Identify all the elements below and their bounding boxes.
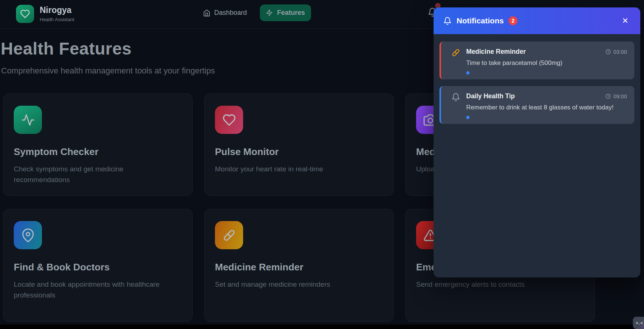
feature-card-symptom-checker[interactable]: Symptom Checker Check symptoms and get m… xyxy=(3,93,193,196)
bell-icon xyxy=(451,92,460,119)
notifications-panel: Notifications 2 ✕ Medicine Reminder 03:0… xyxy=(434,7,640,277)
pill-icon xyxy=(215,221,243,249)
notification-title: Medicine Reminder xyxy=(466,48,526,56)
nav-dashboard-label: Dashboard xyxy=(214,9,247,17)
feature-card-medicine-reminder[interactable]: Medicine Reminder Set and manage medicin… xyxy=(204,209,394,322)
corner-widget-button[interactable]: >.< xyxy=(633,317,644,329)
feature-card-pulse-monitor[interactable]: Pulse Monitor Monitor your heart rate in… xyxy=(204,93,394,196)
brand-name: Nirogya xyxy=(40,6,74,15)
page-title: Health Features xyxy=(1,39,132,59)
unread-dot xyxy=(466,116,470,119)
clock-icon xyxy=(605,49,611,55)
notifications-list: Medicine Reminder 03:00 Time to take par… xyxy=(434,34,640,131)
feature-description: Check symptoms and get medicine recommen… xyxy=(14,164,177,185)
activity-pulse-icon xyxy=(14,106,42,134)
feature-description: Set and manage medicine reminders xyxy=(215,279,378,290)
feature-title: Symptom Checker xyxy=(14,146,182,158)
feature-title: Find & Book Doctors xyxy=(14,261,182,273)
notification-message: Remember to drink at least 8 glasses of … xyxy=(466,104,627,111)
unread-count-badge: 2 xyxy=(509,16,517,25)
clock-icon xyxy=(605,93,611,99)
pill-icon xyxy=(451,48,460,75)
notification-time-value: 09:00 xyxy=(614,93,627,99)
notification-content: Daily Health Tip 09:00 Remember to drink… xyxy=(466,92,627,119)
feature-description: Locate and book appointments with health… xyxy=(14,279,177,300)
notification-time-value: 03:00 xyxy=(614,49,627,55)
feature-title: Pulse Monitor xyxy=(215,146,383,158)
notifications-title: Notifications xyxy=(457,16,504,25)
brand-text: Nirogya Health Assistant xyxy=(40,6,74,22)
close-icon[interactable]: ✕ xyxy=(620,15,631,27)
feature-title: Medicine Reminder xyxy=(215,261,383,273)
page-subtitle: Comprehensive health management tools at… xyxy=(1,66,215,76)
notification-item-medicine-reminder[interactable]: Medicine Reminder 03:00 Time to take par… xyxy=(439,42,634,79)
notification-time: 09:00 xyxy=(605,93,627,99)
nav-item-features-active[interactable]: Features xyxy=(260,4,311,21)
heart-icon xyxy=(215,106,243,134)
notification-message: Time to take paracetamol (500mg) xyxy=(466,59,627,67)
brand: Nirogya Health Assistant xyxy=(16,5,74,23)
heart-icon xyxy=(20,9,30,19)
feature-card-find-doctors[interactable]: Find & Book Doctors Locate and book appo… xyxy=(3,209,193,322)
bottom-black-strip xyxy=(0,325,644,329)
brand-tagline: Health Assistant xyxy=(40,17,74,22)
notification-title: Daily Health Tip xyxy=(466,92,515,100)
unread-dot xyxy=(466,71,470,75)
nav-item-dashboard[interactable]: Dashboard xyxy=(203,9,247,17)
notification-content: Medicine Reminder 03:00 Time to take par… xyxy=(466,48,627,75)
map-pin-icon xyxy=(14,221,42,249)
feature-description: Monitor your heart rate in real-time xyxy=(215,164,378,175)
home-icon xyxy=(203,9,210,17)
bell-icon xyxy=(443,17,452,25)
feature-description: Send emergency alerts to contacts xyxy=(416,279,579,290)
notification-time: 03:00 xyxy=(605,49,627,55)
app-logo xyxy=(16,5,34,23)
nav-features-label: Features xyxy=(277,9,305,17)
lightning-bolt-icon xyxy=(266,9,273,16)
notification-item-daily-health-tip[interactable]: Daily Health Tip 09:00 Remember to drink… xyxy=(439,86,634,124)
notifications-panel-header: Notifications 2 ✕ xyxy=(434,7,640,34)
